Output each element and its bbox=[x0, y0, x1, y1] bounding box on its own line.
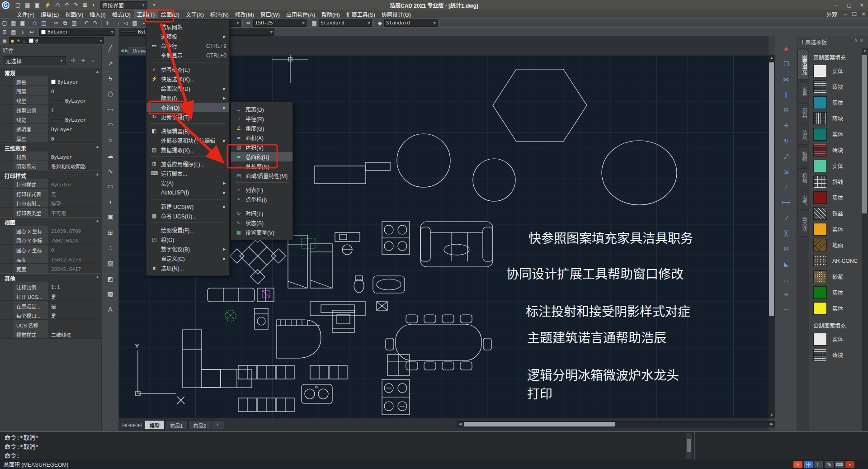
palette-item[interactable]: 砖块 bbox=[809, 347, 862, 363]
property-value[interactable]: 二维线框 bbox=[48, 329, 101, 339]
polyline-icon[interactable]: ϟ bbox=[102, 72, 119, 86]
property-value[interactable]: 1 bbox=[48, 105, 101, 114]
swatch-砖块[interactable] bbox=[813, 144, 827, 156]
new-icon[interactable]: ▢ bbox=[0, 20, 9, 26]
move-icon[interactable]: ✛ bbox=[775, 119, 797, 133]
quick-select-button[interactable]: ⌖ bbox=[79, 56, 88, 65]
circle-icon[interactable]: ○ bbox=[102, 134, 119, 147]
menu-修改(M)[interactable]: 修改(M) bbox=[232, 10, 257, 19]
submenu-item-点坐标(I)[interactable]: ⌖点坐标(I) bbox=[231, 194, 292, 204]
previous-layer-icon[interactable]: ↩ bbox=[27, 29, 36, 35]
property-value[interactable]: ByLayer bbox=[48, 95, 101, 105]
submenu-item-状态(S)[interactable]: ∿状态(S) bbox=[231, 218, 292, 227]
soft-keyboard-icon[interactable]: ⌨ bbox=[835, 461, 844, 468]
menu-item-拼写检查(E)[interactable]: ✓拼写检查(E) bbox=[146, 65, 229, 74]
break-icon[interactable]: ╳ bbox=[775, 227, 797, 241]
menu-item-AutoLISP(I)[interactable]: AutoLISP(I)► bbox=[146, 188, 229, 197]
swatch-实体[interactable] bbox=[813, 223, 827, 236]
property-value[interactable]: ByLayer bbox=[48, 152, 101, 161]
swatch-实体[interactable] bbox=[813, 286, 827, 299]
property-value[interactable]: 是 bbox=[48, 291, 101, 301]
stretch-icon[interactable]: ⇲ bbox=[775, 166, 797, 179]
layout-tab-布局1[interactable]: 布局1 bbox=[165, 420, 188, 429]
command-window[interactable]: 命令:*取消*命令:*取消*命令: bbox=[0, 431, 868, 460]
canvas-text[interactable]: 协同设计扩展工具帮助窗口修改 bbox=[506, 267, 684, 281]
layer-states-icon[interactable]: ▤ bbox=[9, 29, 18, 35]
menu-窗口(W)[interactable]: 窗口(W) bbox=[257, 10, 283, 19]
palette-item[interactable]: 实体 bbox=[809, 95, 862, 110]
plot-icon[interactable]: ⎙ bbox=[30, 20, 39, 26]
property-value[interactable]: ByLayer bbox=[48, 124, 101, 133]
break-at-point-icon[interactable]: ·/ bbox=[775, 212, 797, 225]
submenu-item-角度(G)[interactable]: ∠角度(G) bbox=[231, 123, 292, 133]
selection-combo[interactable]: 无选择 ▼ bbox=[3, 56, 66, 65]
menu-扩展工具(S)[interactable]: 扩展工具(S) bbox=[343, 10, 378, 19]
command-line[interactable]: 命令: bbox=[0, 450, 868, 459]
ellipse-icon[interactable]: ⬭ bbox=[102, 180, 119, 194]
redo-icon[interactable]: ↷ bbox=[91, 20, 100, 26]
menu-应用软件(A)[interactable]: 应用软件(A) bbox=[283, 10, 318, 19]
swatch-铁丝[interactable] bbox=[813, 207, 827, 220]
submenu-item-半径(R)[interactable]: ◔半径(R) bbox=[231, 114, 292, 123]
menu-item-查询(Q)[interactable]: 查询(Q)► bbox=[146, 103, 229, 112]
ray-icon[interactable]: ↗ bbox=[102, 57, 119, 71]
color-control[interactable]: ByLayer▼ bbox=[39, 28, 115, 36]
pin-icon[interactable]: ⊻ bbox=[854, 38, 859, 43]
scroll-left-icon[interactable]: ◀ bbox=[457, 422, 463, 427]
palette-tab-洁具[interactable]: 洁具 bbox=[797, 125, 808, 145]
swatch-砂浆[interactable] bbox=[813, 270, 827, 283]
save-as-icon[interactable]: ⚡ bbox=[42, 2, 53, 8]
section-header-三维效果[interactable]: 三维效果▲ bbox=[0, 143, 101, 152]
palette-item[interactable]: 实体 bbox=[809, 63, 862, 79]
array-icon[interactable]: ⊞ bbox=[775, 104, 797, 118]
command-scrollbar[interactable] bbox=[686, 433, 692, 459]
toolbar-overflow-icon[interactable]: ▼ bbox=[150, 3, 158, 7]
swatch-砖块[interactable] bbox=[813, 81, 827, 93]
close-icon[interactable]: ✕ bbox=[860, 38, 865, 43]
arc-icon[interactable]: ◠ bbox=[102, 118, 119, 132]
menu-item-绘图设置(F)...[interactable]: 绘图设置(F)... bbox=[146, 225, 229, 235]
submenu-item-总长度(N)[interactable]: ⋯总长度(N) bbox=[231, 161, 292, 171]
pick-add-button[interactable]: ⊹ bbox=[69, 56, 78, 65]
menu-item-数据提取(X)...[interactable]: ▤数据提取(X)... bbox=[146, 145, 229, 155]
copy-icon[interactable]: ⧉ bbox=[61, 20, 70, 26]
menu-item-块编辑器(B)[interactable]: ◧块编辑器(B) bbox=[146, 126, 229, 136]
submenu-item-总面积(U)[interactable]: ▰总面积(U) bbox=[231, 152, 292, 161]
small-rectangle-shape[interactable] bbox=[365, 162, 390, 171]
menu-item-外部参照和块在位编辑[interactable]: 外部参照和块在位编辑► bbox=[146, 136, 229, 145]
chinese-mode-icon[interactable]: 中 bbox=[804, 461, 813, 468]
palette-item[interactable]: 铁丝 bbox=[809, 205, 862, 221]
undo-icon[interactable]: ↶ bbox=[62, 2, 71, 8]
menu-item-全屏显示[interactable]: 全屏显示CTRL+0 bbox=[146, 51, 229, 60]
zoom-previous-icon[interactable]: ◅ bbox=[121, 20, 130, 26]
swatch-实体[interactable] bbox=[813, 160, 827, 172]
rectangle-icon[interactable]: ▭ bbox=[102, 103, 119, 117]
cut-icon[interactable]: ✂ bbox=[52, 20, 61, 26]
erase-icon[interactable]: ◆ bbox=[775, 43, 797, 56]
menu-文件(F)[interactable]: 文件(F) bbox=[14, 10, 38, 19]
fillet-icon[interactable]: ◡ bbox=[775, 273, 797, 287]
layer-stack-icon[interactable]: ≣ bbox=[0, 38, 9, 44]
palette-item[interactable]: 实体 bbox=[809, 158, 862, 174]
palette-item[interactable]: 砖块 bbox=[809, 142, 862, 158]
menu-item-选项板[interactable]: 选项板► bbox=[146, 32, 229, 41]
table-style-combo[interactable]: Standard▼ bbox=[319, 19, 372, 27]
text-icon[interactable]: A bbox=[102, 303, 119, 317]
palette-scrollbar[interactable]: ▲ bbox=[862, 48, 868, 431]
canvas-text[interactable]: 打印 bbox=[527, 387, 552, 401]
menu-工具(T)[interactable]: 工具(T) bbox=[134, 10, 158, 19]
mirror-icon[interactable]: ⋈ bbox=[775, 73, 797, 87]
sogou-logo-icon[interactable]: S bbox=[793, 461, 802, 468]
horizontal-scrollbar[interactable]: ◀ ▶ bbox=[457, 421, 775, 427]
plot-icon[interactable]: ⎙ bbox=[53, 2, 62, 8]
property-value[interactable]: 不可用 bbox=[48, 208, 101, 217]
layout-nav-icons[interactable]: |◀ ◀ ▶ ▶| bbox=[122, 422, 142, 427]
circle-shape[interactable] bbox=[397, 134, 450, 187]
swatch-砖块[interactable] bbox=[813, 112, 827, 125]
hscroll-thumb[interactable] bbox=[464, 422, 615, 426]
swatch-砖块[interactable] bbox=[813, 349, 827, 361]
submenu-item-体积(V)[interactable]: ▧体积(V) bbox=[231, 142, 292, 152]
palette-scroll-thumb[interactable] bbox=[862, 55, 867, 213]
palette-item[interactable]: 实体 bbox=[809, 221, 862, 237]
palette-item[interactable]: 实体 bbox=[809, 189, 862, 205]
